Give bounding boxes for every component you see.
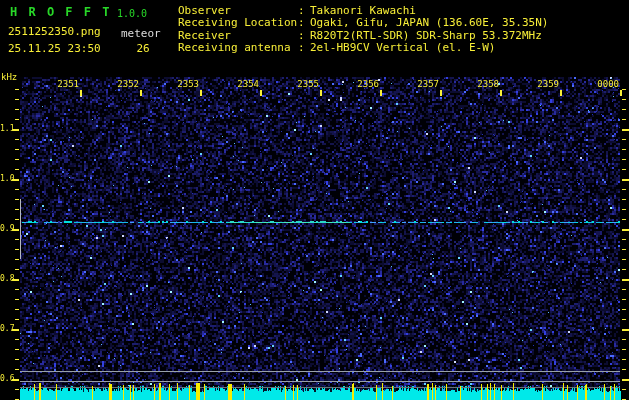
time-axis-tick-label: 2353 — [173, 79, 199, 89]
freq-axis-tick-label: 0.7 — [0, 324, 13, 333]
capture-filename: 2511252350.png — [8, 25, 101, 38]
freq-axis-tick-label: 0.6 — [0, 374, 13, 383]
time-axis-tick-label: 2358 — [473, 79, 499, 89]
info-value: Ogaki, Gifu, JAPAN (136.60E, 35.35N) — [310, 17, 548, 29]
freq-axis-tick-label: 0.9 — [0, 224, 13, 233]
info-value: 2el-HB9CV Vertical (el. E-W) — [310, 42, 548, 54]
time-axis-tick-label: 2356 — [353, 79, 379, 89]
spectrogram-plot — [0, 0, 629, 400]
meteor-count: 26 — [128, 42, 158, 55]
station-info-table: Observer : Takanori Kawachi Receiving Lo… — [178, 5, 548, 55]
app-version: 1.0.0 — [117, 8, 147, 19]
time-axis-tick-label: 2354 — [233, 79, 259, 89]
time-axis-tick-label: 2355 — [293, 79, 319, 89]
freq-axis-tick-label: 1.0 — [0, 174, 13, 183]
freq-axis-tick-label: 1.1 — [0, 124, 13, 133]
freq-axis-tick-label: 0.8 — [0, 274, 13, 283]
capture-datetime: 25.11.25 23:50 — [8, 42, 101, 55]
info-label: Receiving Location — [178, 17, 298, 29]
info-label: Receiving antenna — [178, 42, 298, 54]
observation-mode-label: meteor — [121, 27, 161, 40]
freq-axis-unit-label: kHz — [1, 72, 17, 82]
time-axis-tick-label: 2352 — [113, 79, 139, 89]
time-axis-tick-label: 2351 — [53, 79, 79, 89]
info-separator: : — [298, 17, 310, 29]
app-title: H R O F F T — [10, 5, 111, 19]
time-axis-tick-label: 0000 — [593, 79, 619, 89]
time-axis-tick-label: 2357 — [413, 79, 439, 89]
time-axis-tick-label: 2359 — [533, 79, 559, 89]
info-separator: : — [298, 42, 310, 54]
hrofft-window: H R O F F T 1.0.0 2511252350.png meteor … — [0, 0, 629, 400]
